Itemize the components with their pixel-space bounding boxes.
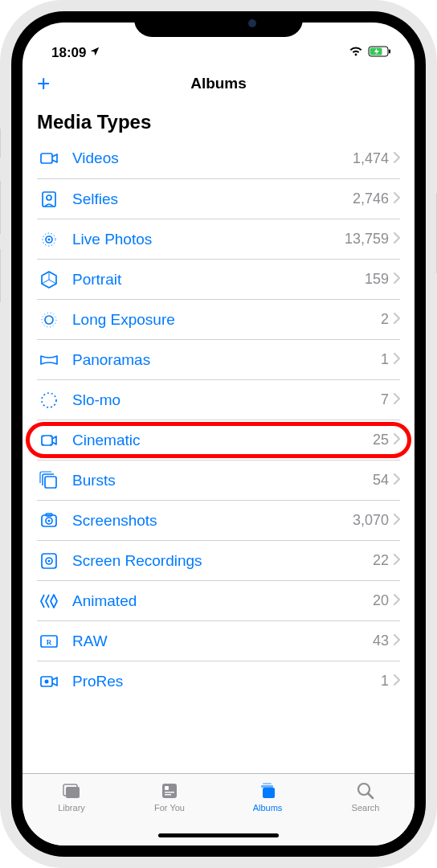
row-count: 20 xyxy=(373,592,389,609)
row-count: 2 xyxy=(381,311,389,328)
row-count: 1 xyxy=(381,351,389,368)
chevron-right-icon xyxy=(394,232,400,246)
row-count: 25 xyxy=(373,432,389,448)
search-tab-icon xyxy=(353,780,378,801)
status-right xyxy=(349,45,392,61)
row-label: Videos xyxy=(72,149,353,167)
row-label: Long Exposure xyxy=(72,311,381,329)
chevron-right-icon xyxy=(394,433,400,447)
media-row-video[interactable]: Videos 1,474 xyxy=(37,138,400,178)
row-count: 159 xyxy=(365,271,389,288)
row-label: RAW xyxy=(72,633,373,650)
phone-frame: 18:09 + Albums xyxy=(0,0,437,868)
media-row-animated[interactable]: Animated 20 xyxy=(37,580,400,620)
media-row-cinematic[interactable]: Cinematic 25 xyxy=(37,420,400,460)
row-count: 1 xyxy=(381,673,389,690)
mute-switch xyxy=(0,129,1,158)
tab-library[interactable]: Library xyxy=(22,774,120,845)
media-row-long[interactable]: Long Exposure 2 xyxy=(37,299,400,339)
volume-up-button xyxy=(0,181,1,234)
row-label: Selfies xyxy=(72,190,353,208)
albums-tab-icon xyxy=(255,780,280,801)
tab-label: Albums xyxy=(253,803,283,813)
content-area[interactable]: Media Types Videos 1,474 Selfies 2,746 L… xyxy=(22,103,415,773)
phone-bezel: 18:09 + Albums xyxy=(11,11,426,857)
chevron-right-icon xyxy=(394,473,400,487)
battery-icon xyxy=(368,45,392,61)
status-time: 18:09 xyxy=(51,45,86,61)
volume-down-button xyxy=(0,249,1,302)
media-row-selfie[interactable]: Selfies 2,746 xyxy=(37,178,400,219)
home-indicator[interactable] xyxy=(158,833,279,837)
media-row-prores[interactable]: ProRes 1 xyxy=(37,661,400,701)
prores-icon xyxy=(37,669,61,694)
svg-rect-1 xyxy=(389,50,390,54)
raw-icon xyxy=(37,629,61,653)
row-label: Bursts xyxy=(72,472,373,489)
chevron-right-icon xyxy=(394,674,400,688)
media-types-list: Videos 1,474 Selfies 2,746 Live Photos 1… xyxy=(37,138,400,701)
chevron-right-icon xyxy=(394,514,400,527)
library-tab-icon xyxy=(59,780,84,801)
tab-label: Search xyxy=(352,803,380,813)
row-count: 13,759 xyxy=(345,231,389,248)
media-row-slomo[interactable]: Slo-mo 7 xyxy=(37,379,400,420)
screenshot-icon xyxy=(37,509,61,533)
tab-label: Library xyxy=(58,803,85,813)
chevron-right-icon xyxy=(394,152,400,166)
animated-icon xyxy=(37,589,61,613)
row-count: 7 xyxy=(381,391,389,408)
row-count: 3,070 xyxy=(353,512,389,529)
row-label: ProRes xyxy=(72,673,381,690)
section-header: Media Types xyxy=(37,111,400,133)
row-count: 2,746 xyxy=(353,190,389,207)
recording-icon xyxy=(37,549,61,573)
cinematic-icon xyxy=(37,428,61,452)
row-label: Screenshots xyxy=(72,512,353,530)
selfie-icon xyxy=(37,187,61,211)
chevron-right-icon xyxy=(394,554,400,567)
media-row-screenshot[interactable]: Screenshots 3,070 xyxy=(37,500,400,540)
screen: 18:09 + Albums xyxy=(22,23,415,845)
portrait-icon xyxy=(37,268,61,292)
video-icon xyxy=(37,146,61,170)
media-row-recording[interactable]: Screen Recordings 22 xyxy=(37,540,400,580)
row-count: 22 xyxy=(373,552,389,569)
wifi-icon xyxy=(349,45,363,61)
foryou-tab-icon xyxy=(157,780,182,801)
chevron-right-icon xyxy=(394,634,400,648)
row-label: Cinematic xyxy=(72,432,373,449)
status-left: 18:09 xyxy=(51,45,100,61)
media-row-raw[interactable]: RAW 43 xyxy=(37,620,400,661)
row-count: 43 xyxy=(373,633,389,649)
chevron-right-icon xyxy=(394,353,400,366)
media-row-portrait[interactable]: Portrait 159 xyxy=(37,259,400,299)
media-row-pano[interactable]: Panoramas 1 xyxy=(37,339,400,379)
chevron-right-icon xyxy=(394,594,400,608)
pano-icon xyxy=(37,348,61,372)
chevron-right-icon xyxy=(394,313,400,326)
chevron-right-icon xyxy=(394,272,400,286)
bursts-icon xyxy=(37,469,61,493)
tab-label: For You xyxy=(154,803,185,813)
long-icon xyxy=(37,308,61,332)
nav-bar: + Albums xyxy=(22,64,415,103)
row-label: Portrait xyxy=(72,271,365,289)
live-icon xyxy=(37,227,61,252)
chevron-right-icon xyxy=(394,393,400,407)
chevron-right-icon xyxy=(394,192,400,206)
row-label: Slo-mo xyxy=(72,391,381,409)
add-button[interactable]: + xyxy=(37,72,50,95)
location-icon xyxy=(89,45,100,61)
row-label: Live Photos xyxy=(72,231,345,248)
row-count: 54 xyxy=(373,472,389,489)
slomo-icon xyxy=(37,388,61,412)
media-row-bursts[interactable]: Bursts 54 xyxy=(37,460,400,500)
row-label: Panoramas xyxy=(72,351,381,369)
tab-search[interactable]: Search xyxy=(317,774,415,845)
media-row-live[interactable]: Live Photos 13,759 xyxy=(37,219,400,259)
row-count: 1,474 xyxy=(353,150,389,167)
row-label: Screen Recordings xyxy=(72,552,373,570)
notch xyxy=(134,11,303,37)
row-label: Animated xyxy=(72,592,373,610)
